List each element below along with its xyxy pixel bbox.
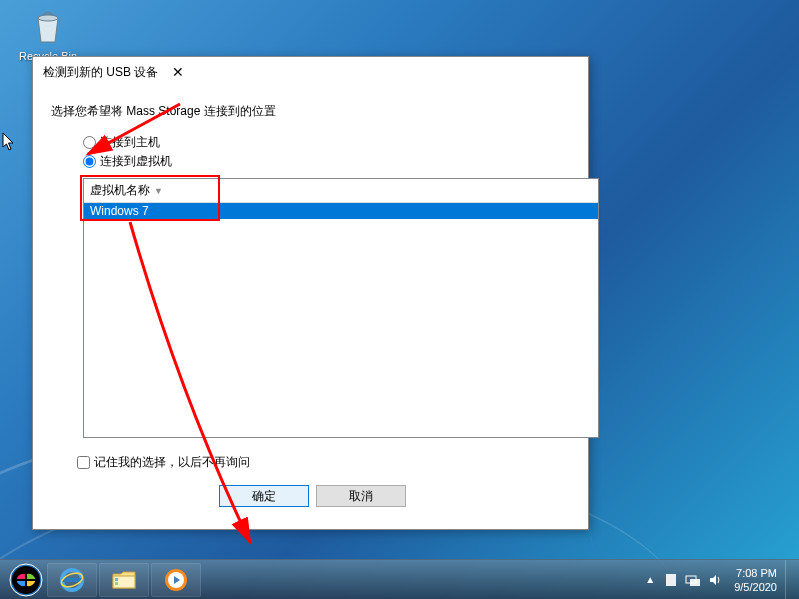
cancel-button[interactable]: 取消 xyxy=(316,485,406,507)
svg-rect-7 xyxy=(115,578,118,581)
radio-connect-vm-label: 连接到虚拟机 xyxy=(100,153,172,170)
svg-point-3 xyxy=(12,566,40,594)
connect-target-radio-group: 连接到主机 连接到虚拟机 xyxy=(83,134,574,170)
media-player-icon xyxy=(163,567,189,593)
folder-icon xyxy=(111,569,137,591)
clock-date: 9/5/2020 xyxy=(734,580,777,594)
volume-icon[interactable] xyxy=(706,571,724,589)
radio-connect-vm[interactable] xyxy=(83,155,96,168)
svg-rect-8 xyxy=(115,582,118,585)
dialog-prompt: 选择您希望将 Mass Storage 连接到的位置 xyxy=(51,103,574,120)
ie-icon xyxy=(59,567,85,593)
usb-device-dialog: 检测到新的 USB 设备 ✕ 选择您希望将 Mass Storage 连接到的位… xyxy=(32,56,589,530)
mouse-cursor-icon xyxy=(2,132,16,152)
taskbar-app-explorer[interactable] xyxy=(99,563,149,597)
ok-button[interactable]: 确定 xyxy=(219,485,309,507)
svg-rect-13 xyxy=(690,579,700,586)
show-desktop-button[interactable] xyxy=(785,560,795,600)
vm-row-name: Windows 7 xyxy=(90,204,149,218)
vm-list-header-name: 虚拟机名称 xyxy=(90,182,150,199)
remember-choice-row: 记住我的选择，以后不再询问 xyxy=(77,454,574,471)
clock-time: 7:08 PM xyxy=(734,566,777,580)
radio-connect-host-label: 连接到主机 xyxy=(100,134,160,151)
sort-indicator-icon: ▼ xyxy=(154,186,163,196)
remember-checkbox[interactable] xyxy=(77,456,90,469)
remember-checkbox-label: 记住我的选择，以后不再询问 xyxy=(94,454,250,471)
action-center-icon[interactable] xyxy=(662,571,680,589)
vm-row[interactable]: Windows 7 xyxy=(84,203,598,219)
vm-list-header[interactable]: 虚拟机名称 ▼ xyxy=(84,179,598,203)
vm-list[interactable]: 虚拟机名称 ▼ Windows 7 xyxy=(83,178,599,438)
tray-overflow-button[interactable]: ▲ xyxy=(642,574,658,585)
recycle-bin-icon xyxy=(28,6,68,46)
dialog-button-bar: 确定 取消 xyxy=(51,485,574,507)
close-button[interactable]: ✕ xyxy=(158,61,198,83)
taskbar: ▲ 7:08 PM 9/5/2020 xyxy=(0,559,799,599)
network-icon[interactable] xyxy=(684,571,702,589)
taskbar-app-ie[interactable] xyxy=(47,563,97,597)
dialog-body: 选择您希望将 Mass Storage 连接到的位置 连接到主机 连接到虚拟机 … xyxy=(33,87,588,529)
start-button[interactable] xyxy=(6,560,46,600)
start-orb-icon xyxy=(9,563,43,597)
dialog-title: 检测到新的 USB 设备 xyxy=(43,64,158,81)
dialog-titlebar[interactable]: 检测到新的 USB 设备 ✕ xyxy=(33,57,588,87)
taskbar-app-media-player[interactable] xyxy=(151,563,201,597)
radio-connect-host[interactable] xyxy=(83,136,96,149)
taskbar-clock[interactable]: 7:08 PM 9/5/2020 xyxy=(726,566,785,594)
svg-point-0 xyxy=(38,15,58,21)
close-icon: ✕ xyxy=(172,64,184,80)
system-tray: ▲ 7:08 PM 9/5/2020 xyxy=(642,560,799,600)
svg-rect-11 xyxy=(666,574,676,586)
desktop-icon-recycle-bin[interactable]: Recycle Bin xyxy=(18,6,78,62)
